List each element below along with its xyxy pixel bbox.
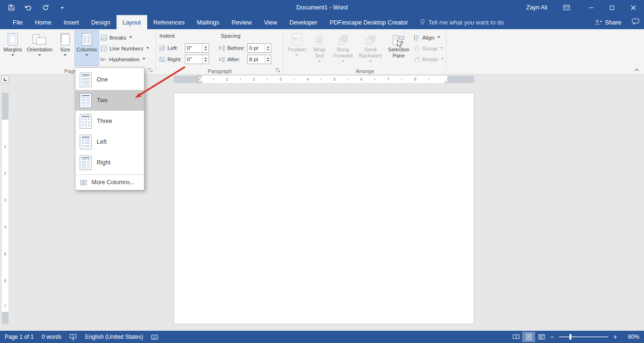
save-button[interactable] [7,2,16,13]
collapse-ribbon-button[interactable] [633,67,640,73]
paragraph-dialog-launcher[interactable] [275,67,281,74]
one-column-icon [80,73,92,87]
share-label: Share [605,19,621,26]
position-label: Position [287,47,306,53]
indent-heading: Indent [159,33,175,39]
zoom-level[interactable]: 60% [621,334,639,340]
menu-item-three[interactable]: Three [75,111,144,131]
tab-mailings[interactable]: Mailings [191,15,226,29]
tab-stop-selector[interactable] [1,76,8,83]
menu-item-more-columns[interactable]: More Columns... [75,176,144,188]
line-numbers-button[interactable]: Line Numbers [100,43,149,53]
breaks-label: Breaks [109,35,126,41]
read-mode-button[interactable] [510,332,522,342]
columns-label: Columns [76,47,97,53]
read-mode-icon [512,334,520,340]
spacing-after-input[interactable] [248,55,265,64]
web-layout-button[interactable] [535,332,548,342]
group-button[interactable]: Group [413,43,443,53]
columns-button[interactable]: Columns [75,30,99,66]
tell-me-box[interactable]: Tell me what you want to do [414,15,510,29]
zoom-slider[interactable] [559,336,608,337]
ribbon-display-options-button[interactable] [560,0,574,15]
comment-button[interactable] [632,18,639,26]
spacing-before-label: Before: [227,45,245,51]
align-button[interactable]: Align [413,33,440,42]
page-setup-dialog-launcher[interactable] [147,67,154,74]
ruler-number: 1 [225,77,229,82]
comment-icon [632,18,639,25]
menu-item-two[interactable]: Two [75,90,144,111]
indent-right-spinner[interactable] [202,55,209,64]
spacing-after-field: After: [218,55,271,64]
tab-layout[interactable]: Layout [117,15,147,29]
customize-quick-access-button[interactable] [58,2,67,13]
zoom-in-button[interactable]: + [611,333,619,341]
rotate-button[interactable]: Rotate [413,54,444,64]
tab-file[interactable]: File [7,15,29,29]
spacing-after-spinner[interactable] [265,55,271,64]
columns-dropdown-menu: One Two Three Left Right More Columns... [75,67,144,190]
share-icon [595,19,602,25]
wrap-text-button[interactable]: Wrap Text [309,30,330,66]
tab-references[interactable]: References [147,15,191,29]
position-button[interactable]: Position [286,30,308,66]
word-count[interactable]: 0 words [42,334,61,340]
bring-forward-button[interactable]: Bring Forward [331,30,355,66]
tab-review[interactable]: Review [226,15,258,29]
indent-left-input[interactable] [185,44,202,52]
left-column-icon [80,135,92,149]
page-indicator[interactable]: Page 1 of 1 [5,334,33,340]
size-button[interactable]: Size [56,30,74,66]
breaks-button[interactable]: Breaks [100,33,132,42]
chevron-down-icon [61,7,64,10]
paragraph-group-label: Paragraph [157,68,283,74]
tab-home[interactable]: Home [29,15,58,29]
indent-right-field: Right: [159,55,209,64]
send-backward-button[interactable]: Send Backward [356,30,385,66]
redo-button[interactable] [41,2,50,13]
menu-item-right[interactable]: Right [75,152,144,173]
spin-up-icon [267,56,269,59]
maximize-button[interactable] [602,0,623,15]
margins-label: Margins [3,47,22,53]
hyphenation-button[interactable]: bc- Hyphenation [100,54,145,64]
menu-item-left[interactable]: Left [75,131,144,152]
menu-item-one[interactable]: One [75,69,144,90]
account-name[interactable]: Zayn Ali [527,4,547,11]
spacing-before-spinner[interactable] [265,44,271,52]
print-layout-button[interactable] [522,332,535,342]
indent-right-input[interactable] [185,55,202,64]
title-bar: Document1 - Word Zayn Ali [0,0,644,15]
hyphenation-icon: bc- [100,57,107,62]
indent-left-spinner[interactable] [202,44,209,52]
selection-pane-label: Selection Pane [386,47,411,59]
language-indicator[interactable]: English (United States) [85,334,143,340]
group-separator [446,31,446,72]
tab-pdfescape[interactable]: PDFescape Desktop Creator [324,15,414,29]
zoom-out-button[interactable]: − [548,333,556,341]
document-page[interactable] [174,93,474,324]
chevron-down-icon [295,54,298,57]
proofing-button[interactable] [69,334,77,341]
ruler-number: 6 [359,77,364,82]
tab-view[interactable]: View [258,15,283,29]
zoom-slider-thumb[interactable] [569,334,571,340]
orientation-button[interactable]: Orientation [25,30,55,66]
macro-button[interactable] [151,335,158,340]
hyphenation-label: Hyphenation [109,57,140,62]
selection-pane-button[interactable]: Selection Pane [386,30,411,66]
close-button[interactable] [623,0,644,15]
tab-design[interactable]: Design [85,15,116,29]
spin-down-icon [204,49,207,52]
undo-button[interactable] [24,2,33,13]
tab-insert[interactable]: Insert [58,15,85,29]
tab-developer[interactable]: Developer [283,15,323,29]
minimize-button[interactable] [580,0,602,15]
share-button[interactable]: Share [595,19,621,26]
ruler-bottom-margin [2,312,8,324]
chevron-down-icon [64,54,67,57]
menu-item-label: Right [97,159,110,166]
spacing-before-input[interactable] [248,44,265,52]
margins-button[interactable]: Margins [2,30,23,66]
